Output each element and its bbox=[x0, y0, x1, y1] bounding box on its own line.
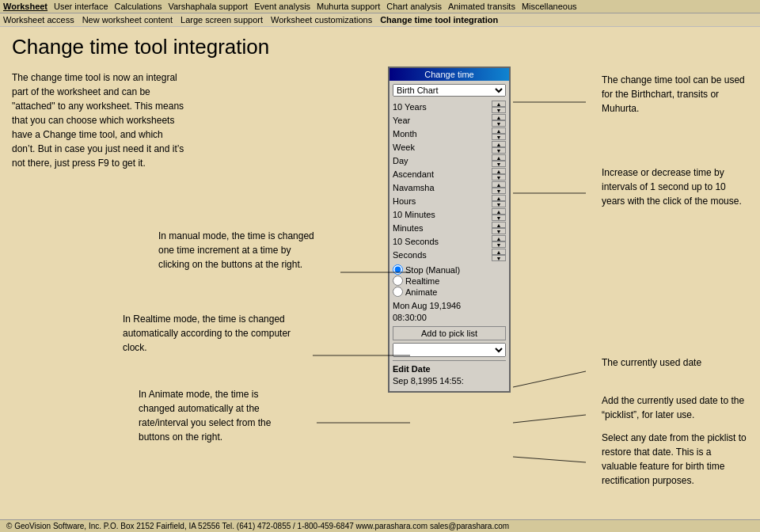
ct-spinner-up[interactable]: ▲ bbox=[492, 127, 506, 134]
svg-line-5 bbox=[513, 371, 586, 387]
radio-realtime: Realtime bbox=[393, 276, 506, 286]
ct-row-label: 10 Minutes bbox=[393, 210, 492, 219]
ct-row-label: Week bbox=[393, 142, 492, 152]
annotation-right3: The currently used date bbox=[602, 355, 748, 370]
change-time-window: Change time Birth Chart 10 Years ▲ ▼ Yea… bbox=[388, 66, 511, 393]
ct-spinner-down[interactable]: ▼ bbox=[492, 147, 506, 154]
sub-nav: Worksheet access New worksheet content L… bbox=[0, 13, 760, 27]
ct-time-row: Navamsha ▲ ▼ bbox=[393, 181, 506, 194]
ct-spinner-up[interactable]: ▲ bbox=[492, 249, 506, 255]
ct-title: Change time bbox=[424, 70, 473, 79]
ct-row-label: 10 Years bbox=[393, 102, 492, 112]
ct-time-row: Seconds ▲ ▼ bbox=[393, 249, 506, 261]
nav-chart-analysis[interactable]: Chart analysis bbox=[386, 2, 442, 11]
nav-animated[interactable]: Animated transits bbox=[448, 2, 515, 11]
ct-spinner-up[interactable]: ▲ bbox=[492, 168, 506, 174]
ct-spinner: ▲ ▼ bbox=[492, 235, 506, 248]
ct-spinner-up[interactable]: ▲ bbox=[492, 181, 506, 188]
ct-spinner-down[interactable]: ▼ bbox=[492, 174, 506, 180]
intro-text: The change time tool is now an integral … bbox=[12, 70, 186, 170]
ct-time-row: Hours ▲ ▼ bbox=[393, 195, 506, 207]
ct-spinner: ▲ ▼ bbox=[492, 195, 506, 207]
annotation-animate: In Animate mode, the time is changed aut… bbox=[139, 387, 297, 444]
ct-spinner-up[interactable]: ▲ bbox=[492, 235, 506, 241]
ct-time-row: Day ▲ ▼ bbox=[393, 154, 506, 167]
annotation-manual: In manual mode, the time is changed one … bbox=[158, 229, 317, 272]
ct-chart-dropdown[interactable]: Birth Chart bbox=[393, 84, 506, 97]
radio-realtime-label: Realtime bbox=[405, 276, 439, 286]
ct-spinner-up[interactable]: ▲ bbox=[492, 101, 506, 107]
radio-animate-label: Animate bbox=[405, 287, 437, 297]
ct-time-row: Minutes ▲ ▼ bbox=[393, 222, 506, 234]
nav-user-interface[interactable]: User interface bbox=[54, 2, 108, 11]
ct-time-row: Ascendant ▲ ▼ bbox=[393, 168, 506, 180]
ct-time-row: Week ▲ ▼ bbox=[393, 141, 506, 154]
ct-spinner-up[interactable]: ▲ bbox=[492, 195, 506, 201]
ct-spinner: ▲ ▼ bbox=[492, 168, 506, 180]
ct-spinner: ▲ ▼ bbox=[492, 127, 506, 140]
ct-spinner-down[interactable]: ▼ bbox=[492, 107, 506, 113]
ct-spinner-up[interactable]: ▲ bbox=[492, 154, 506, 161]
ct-titlebar: Change time bbox=[390, 68, 509, 81]
radio-stop: Stop (Manual) bbox=[393, 264, 506, 275]
ct-spinner: ▲ ▼ bbox=[492, 181, 506, 194]
ct-date-line2: 08:30:00 bbox=[393, 312, 506, 324]
nav-misc[interactable]: Miscellaneous bbox=[522, 2, 577, 11]
subnav-large-screen[interactable]: Large screen support bbox=[180, 15, 263, 25]
ct-time-row: Month ▲ ▼ bbox=[393, 127, 506, 140]
ct-time-row: 10 Years ▲ ▼ bbox=[393, 101, 506, 113]
footer: © GeoVision Software, Inc. P.O. Box 2152… bbox=[0, 519, 760, 532]
ct-edit-date: Sep 8,1995 14:55: bbox=[393, 375, 506, 387]
nav-worksheet[interactable]: Worksheet bbox=[3, 2, 48, 11]
nav-varshaphala[interactable]: Varshaphala support bbox=[168, 2, 248, 11]
page-title: Change time tool integration bbox=[12, 35, 748, 59]
ct-spinner: ▲ ▼ bbox=[492, 101, 506, 113]
ct-date-display: Mon Aug 19,1946 08:30:00 bbox=[393, 300, 506, 325]
ct-spinner: ▲ ▼ bbox=[492, 222, 506, 234]
subnav-change-time[interactable]: Change time tool integration bbox=[380, 15, 498, 25]
svg-line-7 bbox=[513, 457, 586, 462]
annotation-realtime: In Realtime mode, the time is changed au… bbox=[123, 312, 293, 355]
subnav-customizations[interactable]: Worksheet customizations bbox=[271, 15, 372, 25]
ct-row-label: Minutes bbox=[393, 223, 492, 233]
ct-spinner-down[interactable]: ▼ bbox=[492, 241, 506, 248]
nav-muhurta[interactable]: Muhurta support bbox=[317, 2, 380, 11]
ct-spinner-down[interactable]: ▼ bbox=[492, 134, 506, 140]
nav-event-analysis[interactable]: Event analysis bbox=[254, 2, 310, 11]
ct-rows: 10 Years ▲ ▼ Year ▲ ▼ Month ▲ ▼ Week ▲ ▼ bbox=[393, 101, 506, 261]
ct-picklist-select[interactable] bbox=[393, 343, 506, 357]
ct-row-label: Day bbox=[393, 156, 492, 165]
nav-calculations[interactable]: Calculations bbox=[115, 2, 162, 11]
ct-time-row: Year ▲ ▼ bbox=[393, 114, 506, 127]
annotation-right4: Add the currently used date to the “pick… bbox=[602, 393, 748, 422]
subnav-access[interactable]: Worksheet access bbox=[3, 15, 74, 25]
ct-spinner-down[interactable]: ▼ bbox=[492, 255, 506, 261]
ct-spinner-up[interactable]: ▲ bbox=[492, 208, 506, 215]
subnav-new-content[interactable]: New worksheet content bbox=[82, 15, 173, 25]
ct-time-row: 10 Seconds ▲ ▼ bbox=[393, 235, 506, 248]
ct-row-label: Month bbox=[393, 129, 492, 139]
ct-spinner-down[interactable]: ▼ bbox=[492, 228, 506, 234]
ct-spinner-down[interactable]: ▼ bbox=[492, 215, 506, 221]
ct-edit-section: Edit Date Sep 8,1995 14:55: bbox=[393, 360, 506, 388]
ct-row-label: Navamsha bbox=[393, 183, 492, 192]
ct-spinner-up[interactable]: ▲ bbox=[492, 141, 506, 147]
ct-spinner-down[interactable]: ▼ bbox=[492, 188, 506, 194]
radio-stop-label: Stop (Manual) bbox=[405, 265, 460, 275]
ct-row-label: 10 Seconds bbox=[393, 237, 492, 246]
ct-time-row: 10 Minutes ▲ ▼ bbox=[393, 208, 506, 221]
annotation-right2: Increase or decrease time by intervals o… bbox=[602, 165, 748, 208]
ct-row-label: Hours bbox=[393, 196, 492, 206]
ct-spinner: ▲ ▼ bbox=[492, 141, 506, 154]
top-nav: Worksheet User interface Calculations Va… bbox=[0, 0, 760, 13]
ct-row-label: Seconds bbox=[393, 250, 492, 260]
ct-spinner-down[interactable]: ▼ bbox=[492, 201, 506, 207]
ct-spinner-down[interactable]: ▼ bbox=[492, 161, 506, 167]
svg-line-6 bbox=[513, 415, 586, 423]
ct-spinner: ▲ ▼ bbox=[492, 154, 506, 167]
ct-spinner-up[interactable]: ▲ bbox=[492, 114, 506, 120]
ct-spinner-down[interactable]: ▼ bbox=[492, 120, 506, 127]
ct-row-label: Ascendant bbox=[393, 169, 492, 179]
ct-spinner-up[interactable]: ▲ bbox=[492, 222, 506, 228]
ct-add-picklist-button[interactable]: Add to pick list bbox=[393, 326, 506, 340]
